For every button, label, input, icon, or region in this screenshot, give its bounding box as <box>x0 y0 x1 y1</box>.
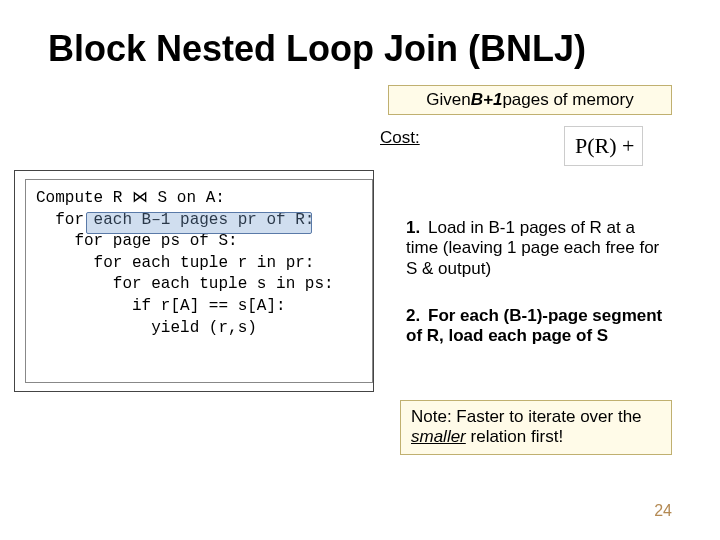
given-text-post: pages of memory <box>502 90 633 110</box>
cost-label: Cost: <box>380 128 420 148</box>
page-title: Block Nested Loop Join (BNLJ) <box>48 28 586 70</box>
pseudocode: Compute R ⋈ S on A: for each B–1 pages p… <box>25 179 373 383</box>
code-l6: if r[A] == s[A]: <box>36 297 286 315</box>
given-text-mid: B+1 <box>471 90 503 110</box>
code-l3: for page ps of S: <box>36 232 238 250</box>
given-memory-box: Given B+1 pages of memory <box>388 85 672 115</box>
step-2-text: For each (B-1)-page segment of R, load e… <box>406 306 662 345</box>
slide: Block Nested Loop Join (BNLJ) Given B+1 … <box>0 0 720 540</box>
step-2: 2.For each (B-1)-page segment of R, load… <box>406 306 671 347</box>
note-line1: Note: Faster to iterate over the <box>411 407 642 426</box>
note-emph: smaller <box>411 427 466 446</box>
note-box: Note: Faster to iterate over the smaller… <box>400 400 672 455</box>
given-text-pre: Given <box>426 90 470 110</box>
step-1-text: Load in B-1 pages of R at a time (leavin… <box>406 218 659 278</box>
page-number: 24 <box>654 502 672 520</box>
code-l5: for each tuple s in ps: <box>36 275 334 293</box>
step-1-num: 1. <box>406 218 428 238</box>
code-l1b: R ⋈ S on A: <box>113 189 225 207</box>
step-1: 1.Load in B-1 pages of R at a time (leav… <box>406 218 671 279</box>
step-2-num: 2. <box>406 306 428 326</box>
code-l7: yield (r,s) <box>36 319 257 337</box>
pseudocode-box: Compute R ⋈ S on A: for each B–1 pages p… <box>14 170 374 392</box>
cost-formula: P(R) + <box>564 126 643 166</box>
code-l4: for each tuple r in pr: <box>36 254 314 272</box>
code-l2: for each B–1 pages pr of R: <box>36 211 314 229</box>
code-l1a: Compute <box>36 189 113 207</box>
note-line2: relation first! <box>466 427 563 446</box>
